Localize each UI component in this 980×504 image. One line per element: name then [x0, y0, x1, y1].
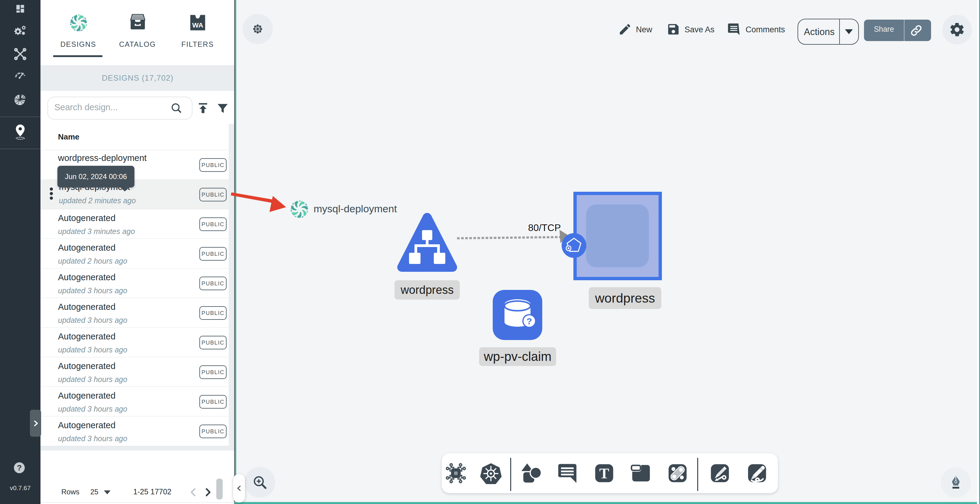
svg-text:?: ? — [527, 316, 532, 326]
svg-text:T: T — [599, 465, 609, 482]
svg-text:WA: WA — [192, 21, 203, 29]
